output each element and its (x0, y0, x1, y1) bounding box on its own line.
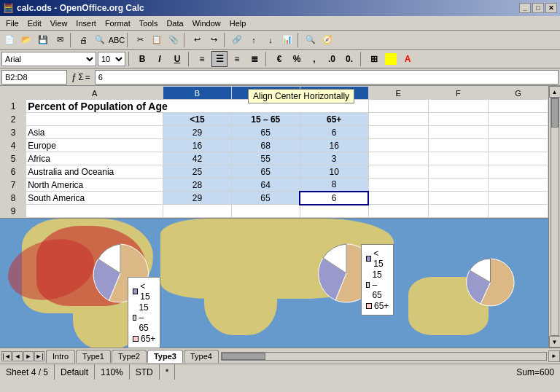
cell-F1[interactable] (428, 100, 488, 113)
cell-C5[interactable]: 55 (231, 152, 300, 165)
underline-button[interactable]: U (169, 51, 185, 67)
h-scroll-track[interactable] (221, 352, 547, 361)
sort-desc-button[interactable]: ↓ (262, 32, 279, 48)
cell-G6[interactable] (488, 165, 548, 179)
cell-D3[interactable]: 6 (300, 126, 368, 139)
italic-button[interactable]: I (152, 51, 168, 67)
cell-F9[interactable] (428, 205, 488, 218)
align-left-button[interactable]: ≡ (194, 51, 210, 67)
undo-button[interactable]: ↩ (189, 32, 205, 48)
scroll-down-button[interactable]: ▼ (549, 336, 561, 348)
sum-icon[interactable]: Σ (78, 72, 83, 82)
cell-C7[interactable]: 64 (231, 179, 300, 192)
menu-insert[interactable]: Insert (71, 17, 101, 29)
cell-E5[interactable] (368, 152, 428, 165)
cell-B7[interactable]: 28 (163, 179, 231, 192)
h-scroll-thumb[interactable] (222, 353, 265, 360)
tab-next-button[interactable]: ► (23, 351, 34, 361)
cell-B4[interactable]: 16 (163, 139, 231, 152)
cell-C8[interactable]: 65 (231, 192, 300, 205)
paste-button[interactable]: 📎 (166, 32, 182, 48)
col-header-E[interactable]: E (368, 87, 428, 100)
cell-G8[interactable] (488, 192, 548, 205)
cell-C2[interactable]: 15 – 65 (231, 113, 300, 126)
borders-button[interactable]: ⊞ (366, 51, 382, 67)
function-wizard-icon[interactable]: ƒ (71, 71, 77, 82)
copy-button[interactable]: 📋 (149, 32, 165, 48)
tab-first-button[interactable]: |◄ (1, 351, 12, 361)
cell-A3[interactable]: Asia (26, 126, 163, 139)
row-header-8[interactable]: 8 (1, 192, 26, 205)
cell-C6[interactable]: 65 (231, 165, 300, 179)
email-button[interactable]: ✉ (52, 32, 68, 48)
cell-G2[interactable] (488, 113, 548, 126)
cell-G3[interactable] (488, 126, 548, 139)
cell-C3[interactable]: 65 (231, 126, 300, 139)
cell-G5[interactable] (488, 152, 548, 165)
cell-F2[interactable] (428, 113, 488, 126)
percent-button[interactable]: % (289, 51, 305, 67)
font-color-button[interactable]: A (400, 51, 416, 67)
hyperlink-button[interactable]: 🔗 (229, 32, 245, 48)
cell-G1[interactable] (488, 100, 548, 113)
font-size-selector[interactable]: 10 (98, 52, 125, 66)
sheet-tab-type3[interactable]: Type3 (147, 350, 183, 363)
col-header-F[interactable]: F (428, 87, 488, 100)
sheet-tab-intro[interactable]: Intro (46, 350, 75, 363)
preview-button[interactable]: 🔍 (92, 32, 108, 48)
cut-button[interactable]: ✂ (132, 32, 148, 48)
cell-B5[interactable]: 42 (163, 152, 231, 165)
navigator-button[interactable]: 🧭 (319, 32, 335, 48)
cell-E1[interactable] (368, 100, 428, 113)
col-header-A[interactable]: A (26, 87, 163, 100)
thousands-button[interactable]: , (306, 51, 322, 67)
cell-G7[interactable] (488, 179, 548, 192)
cell-C4[interactable]: 68 (231, 139, 300, 152)
row-header-5[interactable]: 5 (1, 152, 26, 165)
cell-E3[interactable] (368, 126, 428, 139)
menu-help[interactable]: Help (225, 17, 251, 29)
chart-button[interactable]: 📊 (279, 32, 295, 48)
menu-edit[interactable]: Edit (23, 17, 46, 29)
cell-D7[interactable]: 8 (300, 179, 368, 192)
cell-F4[interactable] (428, 139, 488, 152)
cell-B2[interactable]: <15 (163, 113, 231, 126)
cell-E7[interactable] (368, 179, 428, 192)
row-header-1[interactable]: 1 (1, 100, 26, 113)
sort-asc-button[interactable]: ↑ (246, 32, 262, 48)
cell-B6[interactable]: 25 (163, 165, 231, 179)
row-header-2[interactable]: 2 (1, 113, 26, 126)
maximize-button[interactable]: □ (532, 3, 544, 13)
cell-B9[interactable] (163, 205, 231, 218)
menu-file[interactable]: File (1, 17, 23, 29)
spell-button[interactable]: ABC (109, 32, 125, 48)
save-button[interactable]: 💾 (35, 32, 51, 48)
cell-B8[interactable]: 29 (163, 192, 231, 205)
cell-F8[interactable] (428, 192, 488, 205)
cell-D8[interactable]: 6 (300, 192, 368, 205)
cell-B3[interactable]: 29 (163, 126, 231, 139)
cell-A2[interactable] (26, 113, 163, 126)
cell-reference-input[interactable] (1, 70, 67, 85)
menu-window[interactable]: Window (188, 17, 225, 29)
redo-button[interactable]: ↪ (206, 32, 222, 48)
row-header-4[interactable]: 4 (1, 139, 26, 152)
cell-D4[interactable]: 16 (300, 139, 368, 152)
font-selector[interactable]: Arial (1, 52, 96, 66)
cell-E8[interactable] (368, 192, 428, 205)
open-button[interactable]: 📂 (18, 32, 34, 48)
print-button[interactable]: 🖨 (75, 32, 91, 48)
find-button[interactable]: 🔍 (303, 32, 319, 48)
scroll-right-button[interactable]: ► (548, 350, 560, 362)
cell-G4[interactable] (488, 139, 548, 152)
row-header-7[interactable]: 7 (1, 179, 26, 192)
vertical-scroll-thumb[interactable] (551, 98, 559, 128)
sheet-tab-type4[interactable]: Type4 (184, 350, 219, 363)
cell-E9[interactable] (368, 205, 428, 218)
cell-D2[interactable]: 65+ (300, 113, 368, 126)
tab-prev-button[interactable]: ◄ (12, 351, 23, 361)
menu-format[interactable]: Format (101, 17, 135, 29)
menu-tools[interactable]: Tools (135, 17, 163, 29)
cell-D6[interactable]: 10 (300, 165, 368, 179)
cell-A5[interactable]: Africa (26, 152, 163, 165)
